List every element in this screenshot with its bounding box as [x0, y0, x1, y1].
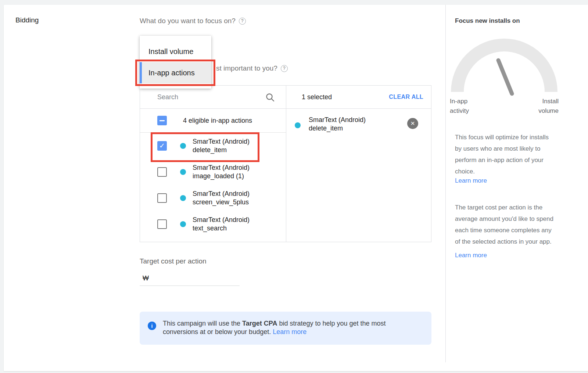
gauge-arc: [458, 45, 551, 92]
list-item-screen-view-5plus[interactable]: SmarText (Android) screen_view_5plus: [140, 185, 286, 211]
in-app-actions-picker: Search 1 selected CLEAR ALL 4 eligible i…: [140, 85, 431, 242]
section-title: Bidding: [15, 16, 39, 24]
selected-count: 1 selected: [302, 93, 332, 101]
select-all-row[interactable]: 4 eligible in-app actions: [140, 109, 286, 133]
panel-heading: Focus new installs on: [455, 17, 520, 25]
focus-dropdown-menu: Install volume In-app actions: [140, 36, 211, 89]
gauge-left-label-line: activity: [450, 107, 469, 114]
selected-app-name: SmarText (Android): [309, 116, 366, 124]
dropdown-option-label: In-app actions: [148, 69, 195, 77]
selected-item: SmarText (Android) delete_item ✕: [286, 114, 431, 136]
item-label: SmarText (Android) image_loaded (1): [193, 164, 250, 180]
banner-learn-more-link[interactable]: Learn more: [273, 328, 306, 336]
gauge-needle: [498, 60, 512, 94]
target-cpa-label: Target cost per action: [140, 257, 207, 265]
paragraph-line: This focus will optimize for installs: [455, 132, 565, 143]
panel-learn-more-link-1[interactable]: Learn more: [455, 177, 487, 184]
list-item-delete-item[interactable]: ✓ SmarText (Android) delete_item: [140, 133, 286, 159]
search-input[interactable]: Search: [140, 86, 286, 108]
currency-symbol: ₩: [140, 275, 149, 282]
help-circle-icon[interactable]: ?: [281, 65, 288, 72]
panel-description-target-cpa: The target cost per action is the averag…: [455, 202, 565, 247]
target-cpa-input[interactable]: ₩: [140, 271, 240, 286]
gauge-right-label-line: volume: [538, 107, 559, 114]
item-action-name: screen_view_5plus: [193, 198, 250, 207]
dropdown-option-in-app-actions[interactable]: In-app actions: [140, 62, 211, 83]
eligible-actions-list: 4 eligible in-app actions ✓ SmarText (An…: [140, 109, 286, 242]
item-label: SmarText (Android) delete_item: [193, 137, 250, 154]
focus-question: What do you want to focus on? ?: [140, 17, 246, 25]
selected-item-label: SmarText (Android) delete_item: [309, 116, 366, 133]
action-dot-icon: [180, 195, 186, 201]
selected-panel-header: 1 selected CLEAR ALL: [286, 86, 431, 108]
item-action-name: image_loaded (1): [193, 172, 250, 180]
action-dot-icon: [180, 221, 186, 227]
help-circle-icon[interactable]: ?: [239, 18, 246, 25]
item-checkbox-checked[interactable]: ✓: [157, 141, 167, 151]
action-dot-icon: [295, 122, 301, 128]
action-dot-icon: [180, 169, 186, 175]
panel-description-focus: This focus will optimize for installs by…: [455, 132, 565, 177]
search-icon: [265, 93, 275, 102]
paragraph-line: by users who are most likely to: [455, 143, 565, 154]
importance-question-fragment: st important to you? ?: [216, 64, 288, 72]
item-app-name: SmarText (Android): [193, 164, 250, 172]
list-item-image-loaded[interactable]: SmarText (Android) image_loaded (1): [140, 159, 286, 185]
paragraph-line: average amount you'd like to spend: [455, 213, 565, 225]
banner-text-segment: This campaign will use the: [163, 320, 242, 327]
group-label: 4 eligible in-app actions: [183, 117, 252, 125]
item-label: SmarText (Android) text_search: [193, 216, 250, 233]
panel-divider: [445, 5, 446, 362]
selected-option-indicator-bar: [140, 62, 142, 83]
item-app-name: SmarText (Android): [193, 190, 250, 198]
selected-action-name: delete_item: [309, 124, 366, 133]
clear-all-button[interactable]: CLEAR ALL: [389, 94, 423, 100]
item-checkbox[interactable]: [157, 167, 167, 177]
list-item-text-search[interactable]: SmarText (Android) text_search: [140, 211, 286, 237]
item-action-name: delete_item: [193, 146, 250, 154]
paragraph-line: of the selected actions in your app.: [455, 236, 565, 247]
banner-text: This campaign will use the Target CPA bi…: [163, 319, 420, 336]
panel-learn-more-link-2[interactable]: Learn more: [455, 252, 487, 259]
importance-question-text: st important to you?: [216, 64, 277, 72]
bidding-section-card: Bidding What do you want to focus on? ? …: [4, 5, 588, 371]
select-all-checkbox[interactable]: [157, 116, 167, 125]
close-icon[interactable]: ✕: [407, 118, 418, 129]
info-icon: i: [148, 322, 156, 330]
item-label: SmarText (Android) screen_view_5plus: [193, 190, 250, 207]
item-checkbox[interactable]: [157, 193, 167, 203]
paragraph-line: The target cost per action is the: [455, 202, 565, 213]
focus-gauge: [448, 35, 569, 97]
search-placeholder: Search: [157, 93, 178, 101]
dropdown-option-install-volume[interactable]: Install volume: [140, 41, 211, 62]
picker-body: 4 eligible in-app actions ✓ SmarText (An…: [140, 109, 431, 242]
gauge-labels: In-app activity Install volume: [450, 97, 559, 116]
item-app-name: SmarText (Android): [193, 216, 250, 224]
picker-header: Search 1 selected CLEAR ALL: [140, 86, 431, 109]
action-dot-icon: [180, 143, 186, 149]
paragraph-line: perform an in-app action of your: [455, 154, 565, 166]
selected-actions-list: SmarText (Android) delete_item ✕: [286, 109, 431, 242]
paragraph-line: each time someone completes any: [455, 225, 565, 236]
item-checkbox[interactable]: [157, 219, 167, 229]
indeterminate-mark: [159, 120, 165, 121]
bid-strategy-banner: i This campaign will use the Target CPA …: [140, 312, 431, 345]
gauge-right-label: Install volume: [538, 97, 559, 116]
gauge-right-label-line: Install: [542, 98, 559, 105]
banner-bold-text: Target CPA: [242, 320, 277, 327]
focus-question-text: What do you want to focus on?: [140, 17, 236, 25]
gauge-left-label-line: In-app: [450, 98, 467, 105]
item-app-name: SmarText (Android): [193, 137, 250, 146]
gauge-left-label: In-app activity: [450, 97, 469, 116]
paragraph-line: choice.: [455, 166, 565, 177]
item-action-name: text_search: [193, 224, 250, 233]
